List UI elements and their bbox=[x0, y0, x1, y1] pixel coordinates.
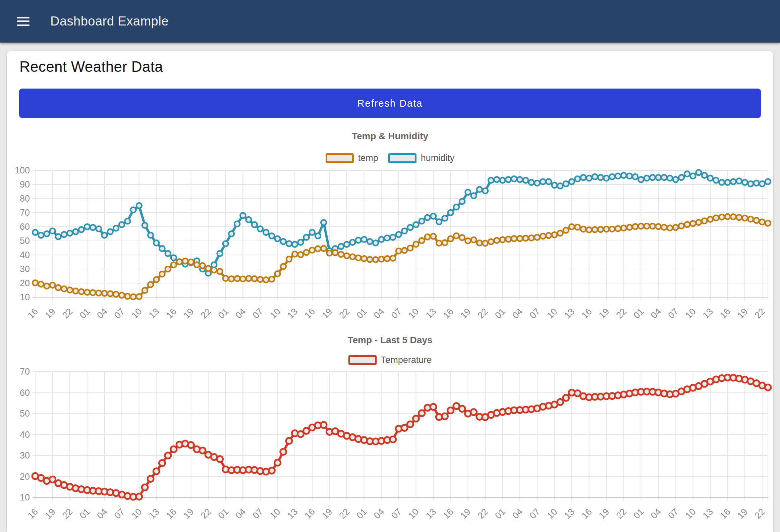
svg-text:01: 01 bbox=[631, 506, 645, 521]
svg-text:13: 13 bbox=[147, 306, 161, 320]
svg-text:40: 40 bbox=[20, 250, 30, 260]
svg-text:07: 07 bbox=[112, 306, 127, 320]
svg-text:22: 22 bbox=[476, 306, 490, 320]
svg-text:50: 50 bbox=[20, 236, 30, 246]
svg-text:13: 13 bbox=[563, 506, 577, 521]
svg-text:19: 19 bbox=[43, 506, 57, 521]
svg-text:19: 19 bbox=[43, 306, 57, 320]
svg-text:13: 13 bbox=[285, 506, 299, 521]
svg-text:100: 100 bbox=[15, 165, 30, 176]
svg-text:19: 19 bbox=[597, 506, 611, 521]
svg-text:10: 10 bbox=[406, 306, 421, 320]
svg-text:70: 70 bbox=[20, 208, 30, 218]
svg-text:01: 01 bbox=[216, 506, 230, 521]
svg-text:90: 90 bbox=[20, 180, 30, 190]
svg-text:13: 13 bbox=[563, 306, 577, 320]
svg-text:10: 10 bbox=[130, 506, 144, 521]
svg-text:22: 22 bbox=[60, 506, 75, 521]
svg-text:04: 04 bbox=[649, 306, 663, 320]
svg-text:13: 13 bbox=[701, 306, 715, 320]
svg-text:30: 30 bbox=[20, 450, 30, 461]
svg-text:10: 10 bbox=[130, 306, 144, 320]
svg-text:10: 10 bbox=[20, 292, 30, 302]
svg-text:01: 01 bbox=[354, 306, 369, 320]
svg-text:22: 22 bbox=[199, 306, 213, 320]
svg-text:04: 04 bbox=[233, 306, 247, 320]
svg-text:04: 04 bbox=[95, 506, 109, 521]
svg-text:19: 19 bbox=[458, 506, 473, 521]
svg-text:70: 70 bbox=[20, 367, 30, 377]
svg-text:16: 16 bbox=[718, 506, 732, 521]
svg-text:01: 01 bbox=[78, 506, 92, 521]
svg-text:04: 04 bbox=[510, 306, 525, 320]
svg-text:10: 10 bbox=[406, 506, 421, 521]
svg-text:16: 16 bbox=[441, 306, 455, 320]
svg-text:16: 16 bbox=[164, 506, 179, 521]
svg-text:01: 01 bbox=[493, 306, 507, 320]
content-card: Recent Weather Data Refresh Data Temp & … bbox=[7, 51, 773, 532]
svg-text:07: 07 bbox=[528, 506, 542, 521]
svg-text:20: 20 bbox=[20, 278, 30, 288]
svg-text:04: 04 bbox=[649, 506, 663, 521]
app-title: Dashboard Example bbox=[50, 14, 169, 29]
svg-text:16: 16 bbox=[164, 306, 179, 320]
svg-text:10: 10 bbox=[20, 492, 30, 502]
svg-text:50: 50 bbox=[20, 408, 30, 419]
svg-text:22: 22 bbox=[60, 306, 75, 320]
svg-text:07: 07 bbox=[666, 306, 680, 320]
chart2-title: Temp - Last 5 Days bbox=[7, 335, 773, 345]
svg-text:01: 01 bbox=[216, 306, 230, 320]
svg-text:07: 07 bbox=[528, 306, 542, 320]
svg-text:07: 07 bbox=[251, 306, 265, 320]
svg-text:40: 40 bbox=[20, 430, 30, 440]
temp-humidity-line-chart: 1009080706050403020101619220104071013161… bbox=[7, 154, 773, 322]
svg-text:16: 16 bbox=[303, 506, 317, 521]
svg-text:01: 01 bbox=[493, 506, 507, 521]
svg-text:10: 10 bbox=[268, 306, 282, 320]
svg-text:07: 07 bbox=[112, 506, 127, 521]
svg-text:22: 22 bbox=[199, 506, 213, 521]
svg-text:30: 30 bbox=[20, 264, 30, 274]
svg-text:04: 04 bbox=[510, 506, 525, 521]
svg-text:16: 16 bbox=[26, 506, 40, 521]
hamburger-menu-icon[interactable] bbox=[17, 17, 30, 26]
svg-text:22: 22 bbox=[614, 306, 628, 320]
svg-text:19: 19 bbox=[320, 306, 334, 320]
svg-text:16: 16 bbox=[580, 306, 593, 320]
svg-text:16: 16 bbox=[303, 306, 317, 320]
svg-text:19: 19 bbox=[458, 306, 473, 320]
svg-text:22: 22 bbox=[614, 506, 628, 521]
temperature-line-chart: 7060504030201016192201040710131619220104… bbox=[7, 362, 773, 532]
svg-text:16: 16 bbox=[26, 306, 40, 320]
svg-text:22: 22 bbox=[476, 506, 490, 521]
svg-text:04: 04 bbox=[95, 306, 109, 320]
svg-text:19: 19 bbox=[597, 306, 611, 320]
svg-text:04: 04 bbox=[372, 306, 386, 320]
svg-text:16: 16 bbox=[441, 506, 455, 521]
svg-text:10: 10 bbox=[683, 306, 697, 320]
svg-text:13: 13 bbox=[424, 506, 438, 521]
svg-text:22: 22 bbox=[337, 306, 351, 320]
svg-text:04: 04 bbox=[372, 506, 386, 521]
svg-text:04: 04 bbox=[233, 506, 247, 521]
svg-text:19: 19 bbox=[735, 506, 749, 521]
svg-text:01: 01 bbox=[631, 306, 645, 320]
svg-text:19: 19 bbox=[735, 306, 749, 320]
refresh-data-button[interactable]: Refresh Data bbox=[19, 89, 761, 118]
app-header: Dashboard Example bbox=[0, 0, 780, 43]
svg-text:60: 60 bbox=[20, 222, 30, 232]
svg-text:13: 13 bbox=[285, 306, 299, 320]
svg-text:01: 01 bbox=[354, 506, 369, 521]
svg-text:20: 20 bbox=[20, 472, 30, 482]
svg-text:22: 22 bbox=[337, 506, 351, 521]
svg-text:13: 13 bbox=[701, 506, 715, 521]
chart1-title: Temp & Humidity bbox=[7, 131, 773, 142]
svg-text:16: 16 bbox=[718, 306, 732, 320]
svg-text:07: 07 bbox=[389, 506, 403, 521]
svg-text:01: 01 bbox=[78, 306, 92, 320]
svg-text:10: 10 bbox=[545, 306, 559, 320]
svg-text:07: 07 bbox=[251, 506, 265, 521]
svg-text:22: 22 bbox=[753, 306, 767, 320]
svg-text:07: 07 bbox=[666, 506, 680, 521]
svg-text:19: 19 bbox=[182, 306, 195, 320]
